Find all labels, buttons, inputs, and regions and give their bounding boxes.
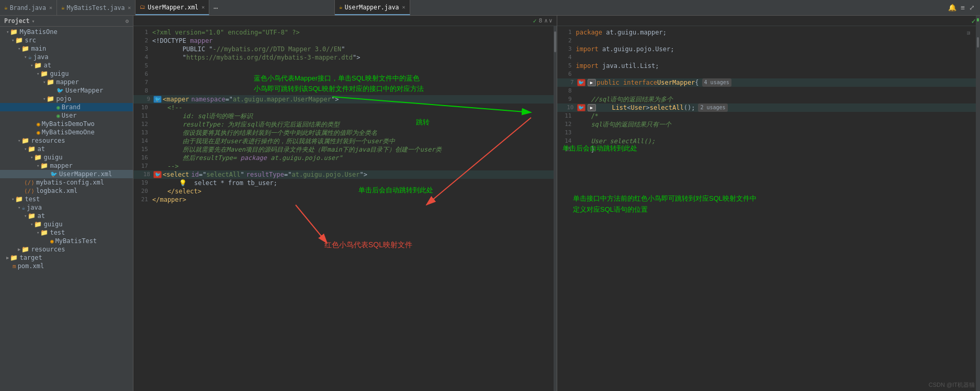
project-sidebar: Project ▾ ⚙ ▾ 📁 MyBatisOne ▾ 📁 src — [0, 16, 133, 391]
tree-item-java[interactable]: ▾ ☕ java — [0, 53, 133, 61]
settings-gear-icon[interactable]: ⚙ — [125, 18, 129, 25]
tree-item-mybatis-two[interactable]: ◉ MyBatisDemoTwo — [0, 120, 133, 128]
mybatisone-label: MyBatisOne — [19, 28, 57, 36]
settings-icon[interactable]: ≡ — [961, 4, 965, 12]
close-icon[interactable]: ✕ — [128, 5, 131, 10]
close-icon[interactable]: ✕ — [201, 4, 205, 10]
tree-item-guigu[interactable]: ▾ 📁 guigu — [0, 70, 133, 78]
tree-item-user[interactable]: ◉ User — [0, 111, 133, 120]
notification-icon[interactable]: 🔔 — [948, 4, 956, 12]
xml-line-9: 9 🐦 <mapper namespace ="at.guigu.mapper.… — [133, 95, 557, 104]
tab-usermapper-xml[interactable]: 🗂 UserMapper.xml ✕ — [136, 0, 209, 15]
tree-item-pojo[interactable]: ▾ 📁 pojo — [0, 95, 133, 103]
xml-line-4: 4 "https://mybatis.org/dtd/mybatis-3-map… — [133, 53, 557, 62]
tree-item-at[interactable]: ▾ 📁 at — [0, 61, 133, 70]
tree-item-pom[interactable]: m pom.xml — [0, 262, 133, 270]
tree-item-mybatistest[interactable]: ◉ MyBatisTest — [0, 237, 133, 245]
java-line-10: 10 🐦 ▶ List<User> selectAll(); 2 usages — [557, 104, 981, 112]
sidebar-header: Project ▾ ⚙ — [0, 16, 133, 27]
brand-java-icon: ☕ — [4, 4, 8, 11]
close-icon[interactable]: ✕ — [402, 4, 405, 10]
tree-item-java-test[interactable]: ▾ ☕ java — [0, 203, 133, 212]
tree-item-resources[interactable]: ▾ 📁 resources — [0, 136, 133, 145]
tab-right-icons: 🔔 ≡ ⤢ — [948, 4, 980, 12]
tab-brand-java[interactable]: ☕ Brand.java ✕ — [0, 0, 57, 15]
expand-icon[interactable]: ⤢ — [969, 4, 975, 12]
tree-item-mapper-res[interactable]: ▾ 📁 mapper — [0, 162, 133, 170]
tree-item-usermapper-iface[interactable]: 🐦 UserMapper — [0, 86, 133, 95]
java-line-7: 7 🐦 ▶ public interface UserMapper { 4 us… — [557, 78, 981, 87]
tree-item-src[interactable]: ▾ 📁 src — [0, 36, 133, 44]
xml-line-1: 1 <?xml version="1.0" encoding="UTF-8" ?… — [133, 28, 557, 37]
tab-mybatis-test[interactable]: ☕ MyBatisTest.java ✕ — [57, 0, 136, 15]
tree-item-guigu-res[interactable]: ▾ 📁 guigu — [0, 153, 133, 162]
usermapper-java-icon: ☕ — [339, 4, 343, 10]
tab-usermapper-java[interactable]: ☕ UserMapper.java ✕ — [335, 0, 410, 15]
xml-line-18: 18 🐦 <select id="selectAll" resultType="… — [133, 170, 557, 179]
tree-item-at-res[interactable]: ▾ 📁 at — [0, 145, 133, 153]
tree-item-test-pkg[interactable]: ▾ 📁 test — [0, 228, 133, 237]
tree-item-main[interactable]: ▾ 📁 main — [0, 44, 133, 53]
tree-item-usermapper-xml[interactable]: 🐦 UserMapper.xml — [0, 170, 133, 178]
tree-item-at-test[interactable]: ▾ 📁 at — [0, 212, 133, 220]
tree-item-guigu-test[interactable]: ▾ 📁 guigu — [0, 220, 133, 228]
tree-item-logback[interactable]: ⟨/⟩ logback.xml — [0, 187, 133, 195]
tree-item-mapper-java[interactable]: ▾ 📁 mapper — [0, 78, 133, 86]
tree-item-mybatis-config[interactable]: ⟨/⟩ mybatis-config.xml — [0, 178, 133, 187]
brand-label: Brand — [62, 104, 81, 111]
tree-item-brand[interactable]: ◉ Brand — [0, 103, 133, 111]
tree-item-resources-test[interactable]: ▶ 📁 resources — [0, 245, 133, 254]
check-icon: ✓ — [533, 17, 536, 25]
xml-editor-panel: ✓ 8 ∧ ∨ 1 <?xml version="1.0" encoding="… — [133, 16, 557, 391]
project-label: Project — [4, 17, 29, 25]
usermapper-xml-icon: 🗂 — [140, 4, 145, 10]
close-icon[interactable]: ✕ — [49, 5, 52, 10]
tree-item-mybatis-one[interactable]: ◉ MyBatisDemoOne — [0, 128, 133, 136]
java-line-1: 1 package at.guigu.mapper; — [557, 28, 981, 37]
watermark: CSDN @IT机器猫 — [929, 381, 975, 389]
java-editor-panel: ✓ 1 package at.guigu.mapper; 2 3 import … — [557, 16, 981, 391]
mybatis-test-icon: ☕ — [61, 4, 65, 11]
tab-more-left[interactable]: ⋯ — [209, 4, 222, 12]
check-mark: ✓ — [972, 17, 976, 25]
xml-line-2: 2 <!DOCTYPE mapper — [133, 37, 557, 45]
tree-item-mybatisone[interactable]: ▾ 📁 MyBatisOne — [0, 28, 133, 36]
tree-item-test[interactable]: ▾ 📁 test — [0, 195, 133, 203]
tree-item-target[interactable]: ▶ 📁 target — [0, 254, 133, 262]
xml-line-3: 3 PUBLIC "-//mybatis.org//DTD Mapper 3.0… — [133, 45, 557, 53]
